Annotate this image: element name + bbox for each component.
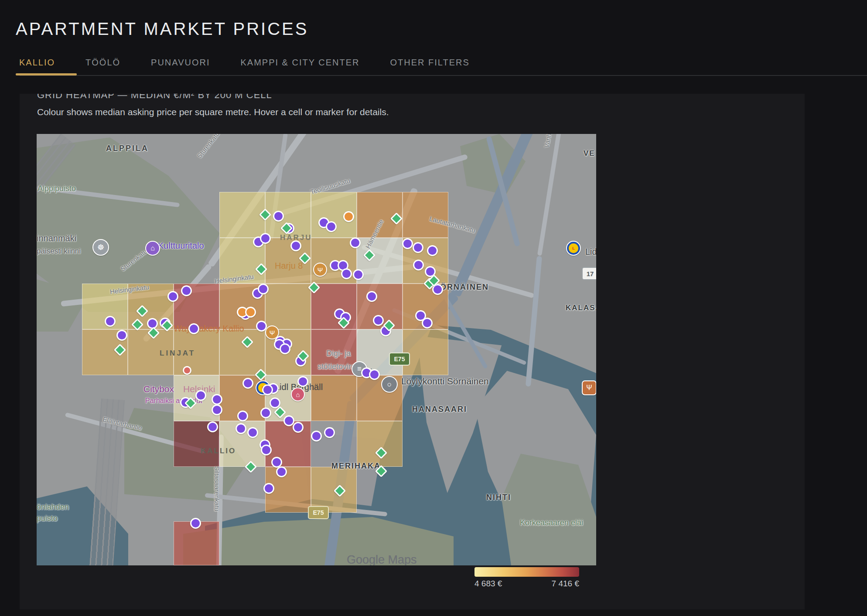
marker-listing-red[interactable]: [183, 366, 191, 375]
marker-listing[interactable]: [105, 316, 116, 327]
map-label: Digi- ja: [326, 349, 351, 358]
lidl-logo[interactable]: L: [566, 241, 581, 256]
marker-listing[interactable]: [366, 291, 377, 302]
marker-listing[interactable]: [263, 483, 274, 494]
marker-listing[interactable]: [413, 242, 423, 253]
tab-kamppi-city-center[interactable]: KAMPPI & CITY CENTER: [237, 56, 363, 69]
map-label: NIHTI: [486, 493, 511, 502]
kulttuuritalo-icon[interactable]: ⌂: [145, 241, 160, 256]
map-label: KALASA: [566, 304, 596, 312]
heatmap-panel: GRID HEATMAP — MEDIAN €/M² BY 200 M CELL…: [20, 94, 805, 609]
map-label: Way Bakery Kallio: [174, 324, 244, 334]
heat-cell[interactable]: [403, 329, 448, 375]
app-window: APARTMENT MARKET PRICES KALLIOTÖÖLÖPUNAV…: [0, 0, 867, 616]
marker-listing[interactable]: [256, 321, 267, 332]
marker-listing[interactable]: [195, 390, 206, 401]
marker-listing[interactable]: [311, 431, 322, 441]
marker-listing[interactable]: [326, 221, 337, 232]
route-shield-17: 17: [582, 267, 596, 280]
tab-kallio[interactable]: KALLIO: [16, 56, 58, 69]
marker-listing[interactable]: [212, 394, 222, 405]
map-canvas[interactable]: ALPPILAAlppipuistoinnanmäkipäisesti kiin…: [37, 134, 596, 565]
map-label: önlahden: [37, 503, 69, 512]
marker-listing[interactable]: [167, 291, 178, 302]
map-label: VE: [584, 149, 595, 158]
marker-listing[interactable]: [188, 323, 199, 334]
marker-listing[interactable]: [212, 404, 222, 415]
marker-listing[interactable]: [324, 427, 335, 438]
linnanmaki-icon[interactable]: ☸: [92, 239, 109, 256]
heat-cell[interactable]: [403, 192, 448, 238]
heat-cell[interactable]: [265, 284, 311, 329]
legend-labels: 4 683 € 7 416 €: [474, 579, 579, 589]
marker-listing[interactable]: [413, 260, 424, 270]
map-attribution: Google Maps: [347, 553, 417, 565]
map-label: päisesti kiinni: [37, 247, 81, 256]
map-label: Siltasaarenkatu: [213, 466, 221, 511]
map-label: Sturenkatu: [195, 134, 221, 160]
marker-listing[interactable]: [207, 421, 218, 432]
map-label: MERIHAKA: [331, 462, 381, 471]
marker-listing[interactable]: [236, 423, 246, 434]
marker-listing[interactable]: [373, 315, 384, 326]
marker-listing[interactable]: [422, 318, 433, 329]
heat-cell[interactable]: [311, 284, 357, 329]
section-subheading: Colour shows median asking price per squ…: [37, 107, 805, 117]
marker-listing[interactable]: [276, 466, 287, 477]
map-label: innanmäki: [37, 233, 76, 243]
marker-listing[interactable]: [261, 445, 272, 455]
harju8-restaurant-icon[interactable]: Ψ: [313, 263, 327, 277]
route-shield-e75: E75: [389, 352, 410, 366]
map-label: Citybox: [143, 384, 174, 394]
marker-listing[interactable]: [258, 284, 269, 294]
marker-listing[interactable]: [369, 369, 380, 380]
marker-listing[interactable]: [262, 384, 273, 395]
marker-listing[interactable]: [293, 422, 304, 433]
tab-bar: KALLIOTÖÖLÖPUNAVUORIKAMPPI & CITY CENTER…: [16, 56, 473, 69]
marker-listing[interactable]: [190, 518, 201, 529]
marker-listing[interactable]: [402, 238, 413, 249]
restaurant-icon[interactable]: Ψ: [582, 380, 596, 395]
map-label: Kulttuuritalo: [158, 241, 204, 251]
hotel-icon[interactable]: ⌂: [291, 387, 305, 401]
map-label: Harju 8: [275, 261, 303, 271]
marker-listing[interactable]: [260, 407, 271, 418]
heat-cell[interactable]: [219, 192, 265, 238]
marker-listing[interactable]: [242, 378, 253, 389]
marker-listing[interactable]: [341, 268, 352, 279]
marker-listing[interactable]: [273, 211, 284, 222]
road: [537, 134, 565, 256]
map-label: Alppipuisto: [38, 184, 76, 193]
marker-listing[interactable]: [237, 411, 248, 421]
map-label: HANASAARI: [412, 405, 467, 414]
map-label: LINJAT: [160, 349, 195, 358]
marker-listing[interactable]: [181, 285, 192, 296]
marker-listing[interactable]: [116, 330, 127, 341]
tab-other-filters[interactable]: OTHER FILTERS: [387, 56, 473, 69]
marker-listing[interactable]: [280, 343, 290, 354]
marker-listing[interactable]: [427, 245, 438, 256]
active-tab-underline: [16, 73, 77, 75]
marker-listing[interactable]: [290, 240, 301, 251]
marker-listing[interactable]: [297, 376, 308, 387]
section-heading: GRID HEATMAP — MEDIAN €/M² BY 200 M CELL: [37, 94, 805, 101]
marker-listing-orange[interactable]: [343, 211, 354, 222]
tab-punavuori[interactable]: PUNAVUORI: [147, 56, 213, 69]
tab-t-l-[interactable]: TÖÖLÖ: [82, 56, 124, 69]
heat-cell[interactable]: [357, 238, 403, 284]
heat-cell[interactable]: [357, 421, 403, 467]
map-label: KALLIO: [201, 447, 236, 455]
heat-cell[interactable]: [219, 329, 265, 375]
marker-listing[interactable]: [247, 427, 258, 438]
legend-gradient-bar: [474, 567, 579, 577]
marker-listing-orange[interactable]: [245, 307, 256, 318]
map-label: puisto: [37, 514, 58, 523]
heat-cell[interactable]: [174, 284, 219, 329]
map-label: Korkeasaaren eläi: [520, 518, 583, 527]
marker-listing[interactable]: [260, 233, 271, 244]
marker-listing[interactable]: [350, 237, 361, 248]
marker-listing[interactable]: [353, 269, 364, 280]
legend-min-value: 4 683 €: [474, 579, 502, 589]
map-label: Lid: [585, 247, 596, 257]
transit-stop-icon[interactable]: ○: [381, 376, 398, 393]
